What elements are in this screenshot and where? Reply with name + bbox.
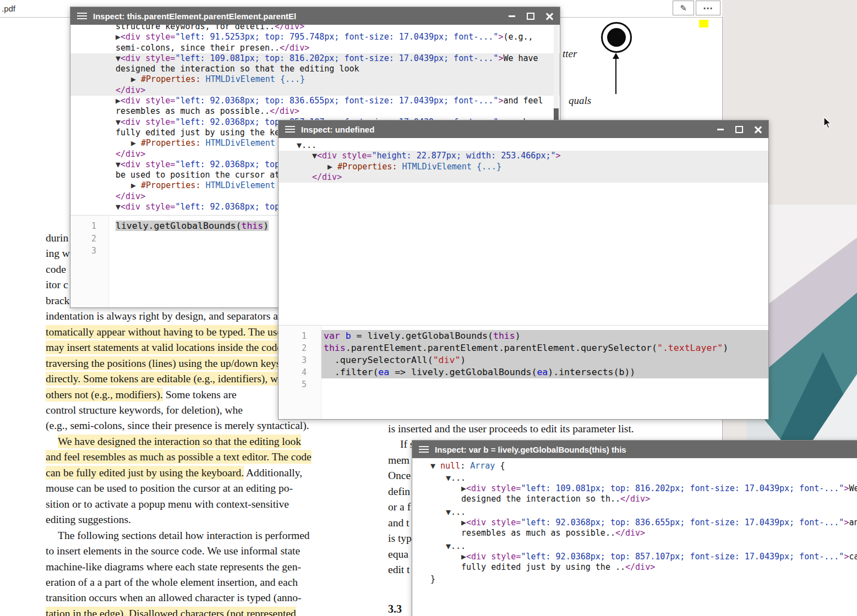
token: ▶ xyxy=(131,74,141,84)
tree-node[interactable]: ▶<div style="left: 92.0368px; top: 836.6… xyxy=(412,518,857,528)
close-button[interactable] xyxy=(545,13,553,20)
tree-node[interactable]: ▼<div style="left: 109.081px; top: 816.2… xyxy=(70,53,560,64)
window-title: Inspect: undefined xyxy=(301,125,711,134)
line-number: 1 xyxy=(279,330,307,342)
tree-node[interactable]: ▼... xyxy=(412,541,857,552)
tree-node[interactable]: semi-colons, since their presen..</div> xyxy=(70,43,560,53)
tree-node[interactable]: ▼ null: Array { xyxy=(412,461,857,471)
tree-node[interactable]: ▼... xyxy=(279,140,768,151)
token: ) xyxy=(263,221,269,231)
token: and feel xyxy=(503,96,543,106)
token: ▶ xyxy=(131,138,141,148)
token: </div> xyxy=(116,191,145,201)
tree-node[interactable]: ▶<div style="left: 92.0368px; top: 836.6… xyxy=(70,96,560,106)
token: defin xyxy=(388,486,410,497)
token: #Properties: xyxy=(337,162,397,172)
token: and t xyxy=(388,517,409,529)
editor-code[interactable]: var b = lively.getGlobalBounds(this)this… xyxy=(321,326,768,419)
token: directly. Some tokens are editable (e.g.… xyxy=(46,372,294,386)
code-editor[interactable]: 12345 var b = lively.getGlobalBounds(thi… xyxy=(279,325,768,419)
tree-node[interactable]: </div> xyxy=(70,85,560,96)
pdf-text-line: to insert elements in the source code. W… xyxy=(46,543,387,559)
line-number: 2 xyxy=(279,342,307,354)
token: ... xyxy=(451,541,466,551)
token: HTMLDivElement {...} xyxy=(200,74,305,84)
maximize-button[interactable] xyxy=(527,13,534,20)
edit-button[interactable]: ✎ xyxy=(673,1,694,15)
token: resembles as much as possible.. xyxy=(461,528,615,538)
ellipsis-icon: ⋯ xyxy=(703,2,713,14)
token: "height: 22.877px; width: 253.466px;" xyxy=(372,151,555,161)
tree-node[interactable]: } xyxy=(412,574,857,585)
tree-node[interactable]: designed the interaction so that the edi… xyxy=(70,64,560,74)
tree-node[interactable]: ▶<div style="left: 109.081px; top: 816.2… xyxy=(412,483,857,494)
code-line[interactable]: var b = lively.getGlobalBounds(this) xyxy=(321,330,768,342)
token: .parentElement.parentElement.parentEleme… xyxy=(346,343,657,353)
pdf-tab-title: .pdf xyxy=(2,4,15,13)
tree-node[interactable]: ▶ #Properties: HTMLDivElement {...} xyxy=(70,74,560,85)
pdf-text-line: tation in the edge). Disallowed characte… xyxy=(46,606,387,616)
more-button[interactable]: ⋯ xyxy=(696,1,720,15)
minimize-button[interactable] xyxy=(508,13,516,20)
tree-node[interactable]: ▶<div style="left: 92.0368px; top: 857.1… xyxy=(412,552,857,562)
pdf-text-line: (e.g., semi-colons, since their presence… xyxy=(46,418,387,433)
tree-node[interactable]: resembles as much as possible..</div> xyxy=(70,106,560,117)
menu-icon[interactable] xyxy=(77,11,87,21)
pdf-text-line: is inserted and the user proceeds to edi… xyxy=(388,421,696,437)
pdf-text-line: machine-like diagrams where each state r… xyxy=(46,559,387,575)
tree-node[interactable]: ▼... xyxy=(412,507,857,518)
token: ) xyxy=(460,355,466,365)
code-line[interactable]: this.parentElement.parentElement.parentE… xyxy=(321,342,768,354)
menu-icon[interactable] xyxy=(285,124,295,134)
token: "left: 92.0368px; top: 836.655px; font-s… xyxy=(521,518,844,527)
selection-handle[interactable] xyxy=(699,20,708,28)
tree-node[interactable]: ▼... xyxy=(412,473,857,483)
window-titlebar[interactable]: Inspect: undefined xyxy=(279,120,768,138)
token: designed the interaction so that the edi… xyxy=(116,64,359,74)
token: "left: 109.081px; top: 816.202px; font-s… xyxy=(521,483,844,493)
tree-node[interactable]: ▶ #Properties: HTMLDivElement {...} xyxy=(279,162,768,172)
code-line[interactable]: .querySelectorAll("div") xyxy=(321,354,768,366)
pdf-text-line: transition occurs when an allowed charac… xyxy=(46,590,387,606)
token: </div> xyxy=(280,43,309,53)
window-titlebar[interactable]: Inspect: this.parentElement.parentElemen… xyxy=(70,7,560,25)
close-button[interactable] xyxy=(754,126,762,133)
token: ▼ xyxy=(446,473,451,483)
diagram-label-lower: quals xyxy=(569,95,591,107)
token: <div xyxy=(466,518,486,527)
token: ▶ xyxy=(116,96,121,106)
editor-gutter: 12345 xyxy=(279,326,321,419)
token: ▶ xyxy=(327,162,337,172)
scrollbar-thumb[interactable] xyxy=(554,108,559,120)
tree-node[interactable]: resembles as much as possible..</div> xyxy=(412,528,857,538)
token: be used to position the cursor at.. xyxy=(116,170,290,180)
token: <div xyxy=(121,53,140,63)
tree-node[interactable]: ▶<div style="left: 91.5253px; top: 795.7… xyxy=(70,32,560,42)
token: The following sections detail how intera… xyxy=(58,530,310,541)
tree-node[interactable]: fully edited just by using the ..</div> xyxy=(412,562,857,573)
code-line[interactable]: .filter(ea => lively.getGlobalBounds(ea)… xyxy=(321,366,768,378)
pdf-text-line: can be fully edited just by using the ke… xyxy=(46,465,387,481)
maximize-button[interactable] xyxy=(735,126,743,133)
token: ▼ xyxy=(116,117,121,127)
token: <div xyxy=(466,552,486,562)
code-line[interactable] xyxy=(321,378,768,391)
minimize-button[interactable] xyxy=(717,126,724,133)
tree-node[interactable]: </div> xyxy=(279,172,768,183)
token xyxy=(340,331,346,341)
token: : xyxy=(460,461,470,471)
window-titlebar[interactable]: Inspect: var b = lively.getGlobalBounds(… xyxy=(412,441,857,458)
token: ea xyxy=(537,367,548,377)
tree-node[interactable]: designed the interaction so th..</div> xyxy=(412,494,857,504)
pdf-text-line: The following sections detail how intera… xyxy=(46,528,387,543)
menu-icon[interactable] xyxy=(419,444,429,454)
tree-node[interactable]: ▼<div style="height: 22.877px; width: 25… xyxy=(279,151,768,161)
dom-tree[interactable]: ▼...▼<div style="height: 22.877px; width… xyxy=(279,138,768,327)
token: We xyxy=(849,483,857,493)
tree-node[interactable]: structure keywords, for deleti..</div> xyxy=(70,25,560,32)
token: eration of a a part of the whole element… xyxy=(46,576,298,588)
token: ▼ xyxy=(446,507,451,517)
object-tree[interactable]: ▼ null: Array {▼...▶<div style="left: 10… xyxy=(412,458,857,616)
token: or a f xyxy=(388,501,411,513)
token: mem xyxy=(388,454,410,466)
